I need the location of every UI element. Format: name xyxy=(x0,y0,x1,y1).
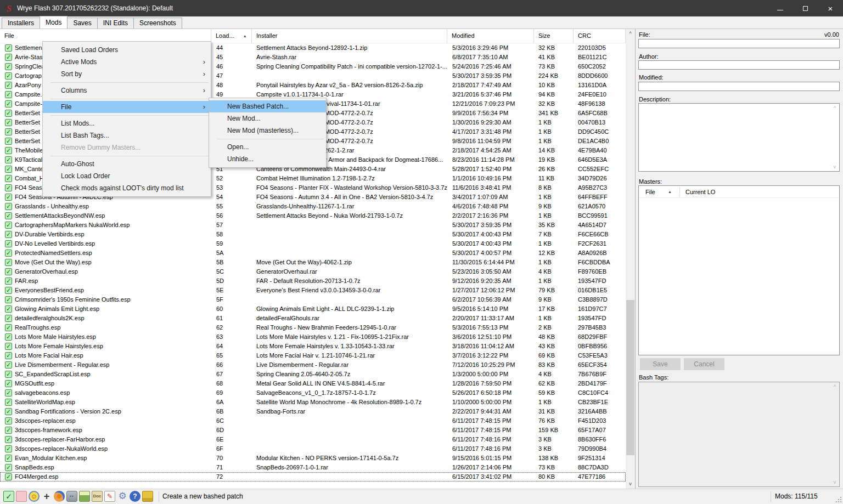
mod-checkbox-icon[interactable]: ✓ xyxy=(5,110,12,117)
tab-screenshots[interactable]: Screenshots xyxy=(133,18,182,29)
table-row[interactable]: ✓Glowing Animals Emit Light.esp60Glowing… xyxy=(0,304,626,314)
mod-checkbox-icon[interactable]: ✓ xyxy=(5,361,12,369)
tab-installers[interactable]: Installers xyxy=(2,18,40,29)
menu-item-columns[interactable]: Columns› xyxy=(43,84,211,97)
help-icon[interactable]: ? xyxy=(130,491,140,502)
mod-checkbox-icon[interactable]: ✓ xyxy=(5,175,12,182)
mod-checkbox-icon[interactable]: ✓ xyxy=(5,184,12,191)
table-row[interactable]: ✓EveryonesBestFriend.esp5EEveryone's Bes… xyxy=(0,286,626,295)
menu-item-remove-dummy-masters[interactable]: Remove Dummy Masters... xyxy=(43,141,211,154)
table-row[interactable]: ✓FAR.esp5DFAR - Default Resolution-20713… xyxy=(0,276,626,286)
menu-item-new-mod[interactable]: New Mod... xyxy=(209,112,326,124)
mod-checkbox-icon[interactable]: ✓ xyxy=(5,54,12,61)
mod-checkbox-icon[interactable]: ✓ xyxy=(5,296,12,303)
scroll-up-icon[interactable]: ^ xyxy=(831,105,838,111)
menu-item-file[interactable]: File› xyxy=(43,101,211,113)
mod-checkbox-icon[interactable]: ✓ xyxy=(5,194,12,201)
mod-checkbox-icon[interactable]: ✓ xyxy=(5,128,12,135)
mod-checkbox-icon[interactable]: ✓ xyxy=(5,231,12,238)
mod-checkbox-icon[interactable]: ✓ xyxy=(5,287,12,294)
mod-checkbox-icon[interactable]: ✓ xyxy=(5,399,12,406)
table-row[interactable]: ✓DV-No Levelled Vertibirds.esp595/30/201… xyxy=(0,239,626,248)
bashmon-icon[interactable] xyxy=(142,491,153,502)
menu-item-lock-load-order[interactable]: Lock Load Order xyxy=(43,170,211,182)
menu-item-active-mods[interactable]: Active Mods› xyxy=(43,56,211,68)
file-field[interactable] xyxy=(638,39,840,48)
mod-checkbox-icon[interactable]: ✓ xyxy=(5,352,12,359)
column-header-load[interactable]: Load...▲ xyxy=(211,29,252,43)
mod-checkbox-icon[interactable]: ✓ xyxy=(5,100,12,107)
table-row[interactable]: ✓3dscopes-replacer-FarHarbor.esp6E6/11/2… xyxy=(0,435,626,444)
bash-tags-field[interactable]: ^ v xyxy=(638,382,840,487)
menu-item-check-mods-against-loot-s-dirty-mod-list[interactable]: Check mods against LOOT's dirty mod list xyxy=(43,182,211,194)
tab-ini-edits[interactable]: INI Edits xyxy=(97,18,134,29)
close-button[interactable]: × xyxy=(818,0,843,16)
scroll-down-icon[interactable]: v xyxy=(831,163,838,170)
mod-checkbox-icon[interactable]: ✓ xyxy=(5,259,12,266)
table-row[interactable]: ✓detailedferalghouls2K.esp61detailedFera… xyxy=(0,314,626,323)
table-row[interactable]: ✓RealTroughs.esp62Real Troughs - New Bra… xyxy=(0,323,626,332)
scroll-up-icon[interactable]: ^ xyxy=(626,29,635,38)
mod-checkbox-icon[interactable]: ✓ xyxy=(5,333,12,341)
table-row[interactable]: ✓SC_ExpandedScrapList.esp67Spring Cleani… xyxy=(0,370,626,379)
unchecked-checkbox-icon[interactable] xyxy=(16,491,27,502)
mod-checkbox-icon[interactable]: ✓ xyxy=(5,212,12,219)
table-row[interactable]: ✓Lots More Male Hairstyles.esp63Lots Mor… xyxy=(0,332,626,342)
column-header-size[interactable]: Size xyxy=(534,29,574,43)
mod-checkbox-icon[interactable]: ✓ xyxy=(5,427,12,434)
cancel-button[interactable]: Cancel xyxy=(684,358,724,370)
mod-checkbox-icon[interactable]: ✓ xyxy=(5,305,12,313)
table-row[interactable]: ✓3dscopes-replacer.esp6C6/11/2017 7:48:1… xyxy=(0,416,626,426)
table-row[interactable]: ✓CartographersMapMarkers NukaWorld.esp57… xyxy=(0,220,626,230)
mod-checkbox-icon[interactable]: ✓ xyxy=(5,408,12,415)
menu-item-list-bash-tags[interactable]: List Bash Tags... xyxy=(43,129,211,141)
mod-checkbox-icon[interactable]: ✓ xyxy=(5,138,12,145)
resize-grip[interactable] xyxy=(835,496,842,503)
mod-checkbox-icon[interactable]: ✓ xyxy=(5,63,12,70)
mod-checkbox-icon[interactable]: ✓ xyxy=(5,91,12,98)
table-row[interactable]: ✓Lots More Female Hairstyles.esp64Lots M… xyxy=(0,342,626,351)
table-row[interactable]: ✓FO4Merged.esp726/15/2017 3:41:02 PM80 K… xyxy=(0,472,626,482)
mod-checker-icon[interactable]: ✎ xyxy=(104,491,115,502)
table-row[interactable]: ✓salvagebeacons.esp69SalvageBeacons_v1_0… xyxy=(0,388,626,398)
description-field[interactable]: ^ v xyxy=(638,103,840,172)
masters-column-current-lo[interactable]: Current LO xyxy=(680,189,715,195)
table-row[interactable]: ✓Evan_Modular Kitchen.esp70Modular Kitch… xyxy=(0,454,626,463)
table-row[interactable]: ✓Sandbag Fortifications - Version 2C.esp… xyxy=(0,407,626,416)
vault-boy-icon[interactable]: ☺ xyxy=(29,491,40,502)
image-editor-icon[interactable] xyxy=(79,491,90,502)
mod-checkbox-icon[interactable]: ✓ xyxy=(5,324,12,331)
scroll-down-icon[interactable]: v xyxy=(831,479,838,485)
tab-saves[interactable]: Saves xyxy=(67,18,97,29)
checked-checkbox-icon[interactable]: ✓ xyxy=(3,491,14,502)
table-row[interactable]: ✓ProtectedNamedSettlers.esp5A5/30/2017 4… xyxy=(0,248,626,258)
mod-checkbox-icon[interactable]: ✓ xyxy=(5,222,12,229)
mod-checkbox-icon[interactable]: ✓ xyxy=(5,72,12,80)
minimize-button[interactable] xyxy=(767,0,793,16)
mod-list-scrollbar[interactable]: ^ v xyxy=(626,29,635,489)
save-button[interactable]: Save xyxy=(640,358,681,370)
table-row[interactable]: ✓MGSOutfit.esp68Metal Gear Solid ALL IN … xyxy=(0,379,626,388)
column-header-installer[interactable]: Installer xyxy=(252,29,447,43)
scrollbar-thumb[interactable] xyxy=(626,300,634,455)
table-row[interactable]: ✓Live Dismemberment - Regular.esp66Live … xyxy=(0,360,626,370)
mod-checkbox-icon[interactable]: ✓ xyxy=(5,119,12,126)
scroll-down-icon[interactable]: v xyxy=(626,479,635,489)
modified-field[interactable] xyxy=(638,82,840,91)
mod-checkbox-icon[interactable]: ✓ xyxy=(5,464,12,471)
maximize-button[interactable] xyxy=(793,0,818,16)
table-row[interactable]: ✓SatelliteWorldMap.esp6ASatellite World … xyxy=(0,398,626,407)
masters-column-file[interactable]: File xyxy=(639,189,668,195)
mod-checkbox-icon[interactable]: ✓ xyxy=(5,436,12,443)
mod-checkbox-icon[interactable]: ✓ xyxy=(5,473,12,480)
doc-browser-icon[interactable]: Doc xyxy=(92,491,103,502)
mod-checkbox-icon[interactable]: ✓ xyxy=(5,44,12,52)
table-row[interactable]: ✓3dscopes-framework.esp6D6/11/2017 7:48:… xyxy=(0,426,626,435)
table-row[interactable]: ✓3dscopes-replacer-NukaWorld.esp6F6/11/2… xyxy=(0,444,626,454)
mod-checkbox-icon[interactable]: ✓ xyxy=(5,371,12,378)
mod-checkbox-icon[interactable]: ✓ xyxy=(5,278,12,285)
mod-checkbox-icon[interactable]: ✓ xyxy=(5,315,12,322)
robot-icon[interactable]: ▪▪ xyxy=(66,491,77,502)
author-field[interactable] xyxy=(638,60,840,70)
menu-item-sort-by[interactable]: Sort by› xyxy=(43,68,211,80)
